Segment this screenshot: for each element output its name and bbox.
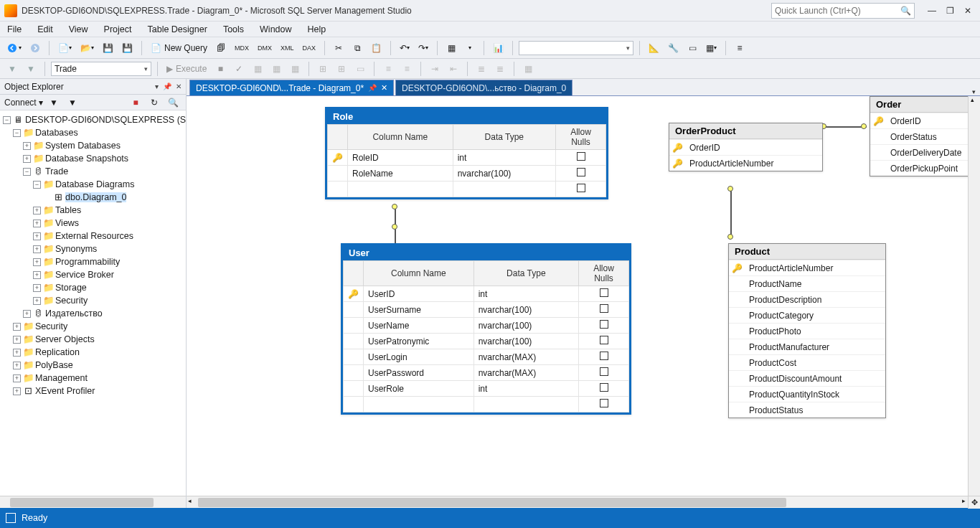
tree-security[interactable]: Security	[35, 321, 67, 331]
diagram-table-orderproduct[interactable]: OrderProduct 🔑OrderID🔑ProductArticleNumb…	[669, 123, 823, 171]
redo-button[interactable]: ↷▾	[415, 40, 431, 56]
close-button[interactable]: ✕	[964, 6, 971, 16]
tree-sec-inner[interactable]: Security	[55, 296, 88, 306]
connect-button[interactable]: Connect ▾	[4, 98, 43, 108]
search-combo[interactable]: ▾	[519, 41, 633, 55]
oe-filter-icon-2[interactable]: ▼	[65, 95, 80, 110]
pan-icon[interactable]: ✥	[968, 496, 980, 509]
outdent-icon-2[interactable]: ≣	[492, 61, 508, 77]
diagram-table-product[interactable]: Product 🔑ProductArticleNumberProductName…	[728, 243, 886, 418]
menu-file[interactable]: File	[7, 24, 22, 34]
filter-icon-2[interactable]: ▼	[23, 61, 39, 77]
new-project-button[interactable]: 📄▾	[55, 40, 75, 56]
panel-pin-icon[interactable]: 📌	[163, 82, 171, 90]
stop-icon[interactable]: ■	[212, 61, 228, 77]
diagram-canvas[interactable]: Role Column NameData TypeAllow Nulls 🔑Ro…	[187, 96, 980, 496]
undo-button[interactable]: ↶▾	[397, 40, 413, 56]
results-icon-3[interactable]: ▭	[352, 61, 368, 77]
tree-diagrams[interactable]: Database Diagrams	[55, 179, 134, 189]
tree-xevent[interactable]: XEvent Profiler	[35, 386, 95, 396]
grid-icon[interactable]: ▦	[443, 40, 459, 56]
tree-prog[interactable]: Programmability	[55, 257, 120, 267]
object-explorer-hscroll[interactable]	[0, 496, 186, 508]
db-engine-query-icon[interactable]: 🗐	[213, 40, 229, 56]
tree-management[interactable]: Management	[35, 373, 88, 383]
indent-icon[interactable]: ⇥	[427, 61, 443, 77]
diagram-table-user[interactable]: User Column NameData TypeAllow Nulls 🔑Us…	[341, 243, 631, 415]
tabs-overflow-icon[interactable]: ▾	[972, 88, 976, 95]
tool-icon-5[interactable]: ≡	[732, 40, 748, 56]
oe-refresh-icon[interactable]: ↻	[146, 95, 162, 110]
tree-views[interactable]: Views	[55, 218, 79, 228]
uncomment-icon[interactable]: ≡	[399, 61, 415, 77]
tree-izd[interactable]: Издательство	[45, 308, 103, 319]
save-button[interactable]: 💾	[100, 40, 116, 56]
database-combo[interactable]: Trade▾	[51, 62, 151, 76]
canvas-vscroll[interactable]: ▴	[968, 96, 980, 496]
grid-dropdown[interactable]: ▾	[462, 40, 478, 56]
tree-polybase[interactable]: PolyBase	[35, 360, 73, 370]
pin-icon[interactable]: 📌	[368, 84, 377, 92]
minimize-button[interactable]: —	[928, 6, 936, 16]
indent-icon-2[interactable]: ≣	[473, 61, 489, 77]
filter-icon[interactable]: ▼	[4, 61, 20, 77]
tree-db-snap[interactable]: Database Snapshots	[45, 154, 128, 164]
oe-filter-icon[interactable]: ▼	[46, 95, 62, 110]
tool-icon-2[interactable]: 🔧	[665, 40, 682, 56]
tab-izd-diagram[interactable]: DESKTOP-GDI6OND\...ьство - Diagram_0	[395, 80, 573, 95]
results-icon-1[interactable]: ⊞	[315, 61, 331, 77]
tree-svc-broker[interactable]: Service Broker	[55, 270, 114, 280]
menu-view[interactable]: View	[69, 24, 88, 34]
paste-button[interactable]: 📋	[368, 40, 385, 56]
canvas-hscroll[interactable]: ◂ ▸ ✥	[187, 496, 980, 508]
cut-button[interactable]: ✂	[331, 40, 347, 56]
outdent-icon[interactable]: ⇤	[446, 61, 461, 77]
quick-launch-input[interactable]: Quick Launch (Ctrl+Q) 🔍	[771, 3, 915, 19]
plan-icon-3[interactable]: ▦	[287, 61, 303, 77]
comment-icon[interactable]: ≡	[380, 61, 396, 77]
tree-diagram0[interactable]: dbo.Diagram_0	[65, 192, 126, 202]
tool-icon-3[interactable]: ▭	[684, 40, 700, 56]
parse-icon[interactable]: ✓	[231, 61, 247, 77]
nav-fwd-button[interactable]	[27, 40, 43, 56]
tool-icon-4[interactable]: ▦▾	[703, 40, 720, 56]
activity-monitor-icon[interactable]: 📊	[490, 40, 507, 56]
panel-close-icon[interactable]: ✕	[176, 82, 182, 90]
tree-server[interactable]: DESKTOP-GDI6OND\SQLEXPRESS (SQL	[25, 115, 186, 125]
xmla-icon[interactable]: XML	[278, 40, 297, 56]
object-explorer-tree[interactable]: −🖥DESKTOP-GDI6OND\SQLEXPRESS (SQL −📁Data…	[0, 110, 186, 496]
open-button[interactable]: 📂▾	[77, 40, 97, 56]
tree-ext-res[interactable]: External Resources	[55, 231, 133, 241]
oe-filter-icon-3[interactable]: 🔍	[165, 95, 182, 110]
tree-storage[interactable]: Storage	[55, 283, 87, 293]
menu-project[interactable]: Project	[104, 24, 132, 34]
tree-server-obj[interactable]: Server Objects	[35, 334, 95, 344]
menu-help[interactable]: Help	[308, 24, 326, 34]
tab-trade-diagram[interactable]: DESKTOP-GDI6OND\...Trade - Diagram_0*📌✕	[189, 80, 394, 95]
restore-button[interactable]: ❐	[946, 6, 954, 16]
tree-sys-db[interactable]: System Databases	[45, 141, 121, 151]
tab-close-icon[interactable]: ✕	[381, 83, 387, 93]
plan-icon-2[interactable]: ▦	[268, 61, 284, 77]
copy-button[interactable]: ⧉	[349, 40, 365, 56]
menu-edit[interactable]: Edit	[37, 24, 53, 34]
menu-tools[interactable]: Tools	[223, 24, 244, 34]
nav-back-button[interactable]: ▾	[4, 40, 24, 56]
save-all-button[interactable]: 💾	[119, 40, 136, 56]
tree-databases[interactable]: Databases	[35, 128, 78, 138]
dax-icon[interactable]: DAX	[300, 40, 319, 56]
tree-replication[interactable]: Replication	[35, 347, 80, 357]
specify-values-icon[interactable]: ▦	[520, 61, 536, 77]
diagram-table-order[interactable]: Order 🔑OrderIDOrderStatusOrderDeliveryDa…	[870, 96, 980, 176]
mdx-icon[interactable]: MDX	[232, 40, 252, 56]
plan-icon-1[interactable]: ▦	[250, 61, 265, 77]
dmx-icon[interactable]: DMX	[255, 40, 275, 56]
new-query-button[interactable]: 📄New Query	[148, 40, 210, 56]
tool-icon-1[interactable]: 📐	[646, 40, 662, 56]
tree-synonyms[interactable]: Synonyms	[55, 244, 97, 254]
panel-dropdown-icon[interactable]: ▾	[155, 82, 159, 90]
results-icon-2[interactable]: ⊞	[334, 61, 349, 77]
execute-button[interactable]: ▶ Execute	[164, 61, 209, 77]
oe-stop-icon[interactable]: ■	[128, 95, 143, 110]
menu-table-designer[interactable]: Table Designer	[147, 24, 207, 34]
